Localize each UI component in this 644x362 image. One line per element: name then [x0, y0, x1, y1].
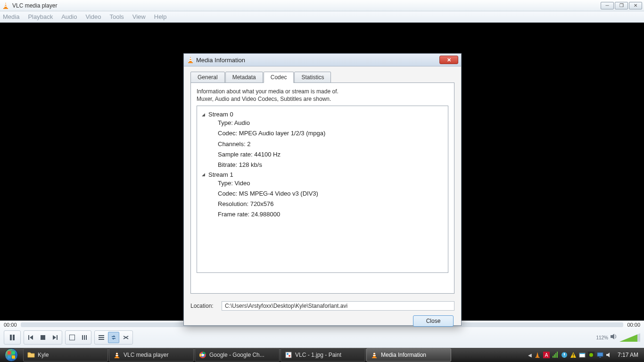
tray-nvidia-icon[interactable]: [588, 352, 594, 358]
volume-percent: 112%: [596, 335, 608, 340]
dialog-titlebar[interactable]: Media Information ✕: [184, 54, 461, 66]
play-pause-button[interactable]: [5, 332, 19, 343]
svg-marker-61: [606, 353, 610, 357]
svg-rect-1: [3, 8, 8, 9]
stream-header[interactable]: ◢Stream 1: [202, 171, 443, 178]
menu-tools[interactable]: Tools: [109, 13, 124, 20]
svg-marker-39: [373, 352, 376, 357]
svg-marker-0: [4, 2, 7, 8]
svg-marker-18: [611, 334, 614, 339]
taskbar-clock[interactable]: 7:17 AM: [615, 352, 641, 358]
vlc-icon: [113, 351, 121, 359]
tab-general[interactable]: General: [190, 72, 225, 83]
svg-rect-32: [116, 355, 118, 356]
fullscreen-button[interactable]: [66, 332, 78, 343]
svg-rect-31: [116, 353, 118, 354]
speaker-icon[interactable]: [610, 333, 618, 342]
dialog-close-x-button[interactable]: ✕: [439, 56, 458, 64]
stream-detail-row[interactable]: Codec: MPEG Audio layer 1/2/3 (mpga): [218, 128, 443, 139]
svg-rect-59: [597, 353, 603, 356]
svg-rect-36: [286, 352, 291, 358]
svg-rect-13: [84, 335, 85, 340]
svg-rect-48: [554, 354, 555, 358]
svg-text:A: A: [545, 353, 548, 358]
titlebar[interactable]: VLC media player ─ ❐ ✕: [0, 0, 644, 11]
volume-slider[interactable]: [619, 333, 640, 342]
tray-action-icon[interactable]: [579, 352, 586, 358]
tray-monitor-icon[interactable]: [597, 352, 603, 358]
svg-rect-56: [579, 353, 585, 354]
stream-detail-row[interactable]: Codec: MS MPEG-4 Video v3 (DIV3): [218, 189, 443, 199]
tray-update-icon[interactable]: [561, 352, 568, 358]
stop-button[interactable]: [37, 332, 49, 343]
loop-button[interactable]: [108, 332, 119, 343]
codec-panel: Information about what your media or str…: [190, 82, 454, 294]
taskbar-item[interactable]: Media Information: [366, 348, 451, 362]
playlist-button[interactable]: [96, 332, 107, 343]
svg-rect-4: [10, 335, 12, 340]
ext-settings-button[interactable]: [79, 332, 90, 343]
menu-audio[interactable]: Audio: [61, 13, 77, 20]
codec-tree[interactable]: ◢Stream 0Type: AudioCodec: MPEG Audio la…: [197, 106, 448, 273]
svg-rect-11: [69, 335, 75, 340]
svg-rect-15: [99, 335, 104, 336]
stream-detail-row[interactable]: Frame rate: 24.988000: [218, 209, 443, 220]
svg-rect-17: [99, 339, 104, 340]
tab-statistics[interactable]: Statistics: [294, 72, 331, 83]
stream-detail-row[interactable]: Type: Video: [218, 178, 443, 189]
stream-detail-row[interactable]: Resolution: 720x576: [218, 199, 443, 209]
svg-marker-7: [30, 335, 33, 340]
close-button[interactable]: Close: [413, 315, 454, 327]
minimize-button[interactable]: ─: [601, 2, 614, 9]
tray-network-icon[interactable]: [552, 352, 559, 358]
menu-view[interactable]: View: [132, 13, 146, 20]
time-total: 00:00: [627, 322, 640, 328]
svg-rect-40: [372, 357, 377, 358]
menu-playback[interactable]: Playback: [28, 13, 53, 20]
prev-button[interactable]: [25, 332, 36, 343]
menu-video[interactable]: Video: [85, 13, 101, 20]
svg-rect-41: [373, 353, 375, 354]
taskbar-item[interactable]: VLC - 1.jpg - Paint: [281, 348, 365, 362]
next-button[interactable]: [50, 332, 61, 343]
tray-vlc-icon[interactable]: [534, 352, 541, 358]
tray-expand-icon[interactable]: ◀: [528, 353, 532, 358]
caret-down-icon: ◢: [202, 112, 206, 117]
window-title: VLC media player: [12, 2, 601, 9]
start-button[interactable]: [0, 348, 23, 362]
svg-point-58: [589, 353, 593, 357]
taskbar-item[interactable]: VLC media player: [109, 348, 194, 362]
menubar: Media Playback Audio Video Tools View He…: [0, 11, 644, 23]
svg-rect-49: [555, 353, 556, 358]
tray-alert-icon[interactable]: [570, 352, 577, 358]
svg-rect-54: [573, 357, 574, 358]
tab-metadata[interactable]: Metadata: [225, 72, 263, 83]
taskbar-item[interactable]: Google - Google Ch...: [195, 348, 280, 362]
shuffle-button[interactable]: [120, 332, 132, 343]
tray-adobe-icon[interactable]: A: [543, 352, 550, 358]
taskbar-item[interactable]: Kyle: [23, 348, 108, 362]
system-tray[interactable]: ◀ A 7:17 AM: [525, 352, 644, 358]
stream-detail-row[interactable]: Sample rate: 44100 Hz: [218, 149, 443, 160]
vlc-icon: [371, 351, 378, 359]
stream-detail-row[interactable]: Channels: 2: [218, 139, 443, 149]
close-window-button[interactable]: ✕: [629, 2, 642, 9]
svg-rect-26: [12, 351, 15, 354]
svg-rect-9: [57, 335, 58, 340]
svg-rect-12: [82, 335, 83, 340]
svg-rect-25: [8, 351, 11, 354]
tab-codec[interactable]: Codec: [264, 72, 294, 83]
location-label: Location:: [190, 303, 216, 309]
location-input[interactable]: [222, 301, 454, 311]
svg-rect-22: [188, 62, 193, 63]
maximize-button[interactable]: ❐: [615, 2, 628, 9]
svg-rect-60: [599, 357, 601, 358]
stream-header[interactable]: ◢Stream 0: [202, 111, 443, 118]
tray-volume-icon[interactable]: [606, 352, 612, 358]
stream-detail-row[interactable]: Bitrate: 128 kb/s: [218, 160, 443, 170]
menu-media[interactable]: Media: [3, 13, 19, 20]
svg-rect-14: [86, 335, 87, 340]
stream-detail-row[interactable]: Type: Audio: [218, 118, 443, 128]
menu-help[interactable]: Help: [154, 13, 167, 20]
folder-icon: [27, 351, 35, 359]
